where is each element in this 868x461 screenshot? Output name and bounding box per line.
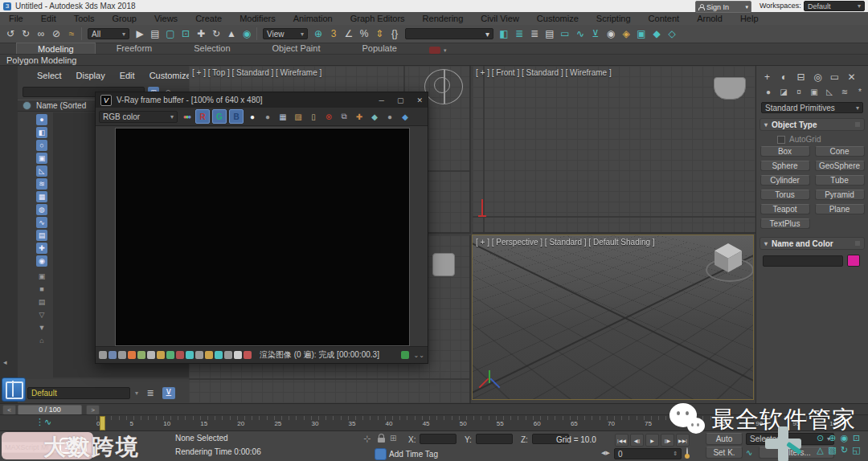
viewport-front-label[interactable]: [ + ] [ Front ] [ Standard ] [ Wireframe… — [476, 68, 612, 77]
cameras-icon[interactable]: ▣ — [809, 86, 820, 97]
selection-lock-icon[interactable] — [378, 438, 385, 443]
lights-icon[interactable]: ¤ — [793, 86, 805, 97]
render-production-icon[interactable]: ◆ — [649, 27, 664, 41]
align-icon[interactable]: ≣ — [512, 27, 526, 41]
layer-manager-icon[interactable]: ≣ — [527, 27, 542, 41]
primitive-button[interactable]: Pyramid — [815, 190, 865, 200]
prev-frame-button[interactable]: ◀|| — [630, 434, 644, 447]
maximize-viewport-icon[interactable]: ◱ — [850, 444, 862, 456]
spinner-snap-icon[interactable]: ⇕ — [372, 27, 387, 41]
vfb-blue-channel-button[interactable]: B — [229, 109, 244, 124]
ribbon-tab[interactable]: Freeform — [96, 43, 174, 53]
vfb-footer-icon[interactable] — [108, 351, 117, 359]
bind-spacewarp-icon[interactable]: ≈ — [64, 27, 79, 41]
layer-stack-icon[interactable]: ≣ — [143, 386, 158, 400]
vfb-save-icon[interactable]: ▦ — [276, 110, 289, 123]
vfb-footer-icon[interactable] — [176, 351, 184, 359]
sign-in-button[interactable]: Sign In▾ — [695, 1, 751, 13]
vfb-footer-icon[interactable] — [186, 351, 194, 359]
filter-containers-icon[interactable]: ▤ — [36, 230, 47, 241]
menu-item[interactable]: Create — [186, 14, 231, 23]
track-bar[interactable]: ⋮∿ 0510152025303540455055606570758085909… — [0, 414, 868, 431]
vfb-duplicate-icon[interactable]: ⧉ — [338, 110, 350, 123]
display-children-icon[interactable]: ▣ — [36, 271, 47, 282]
hierarchy-tab[interactable]: ⊟ — [795, 71, 807, 83]
utilities-tab[interactable]: ✕ — [845, 71, 858, 83]
schematic-view-icon[interactable]: ⊻ — [588, 27, 603, 41]
material-editor-icon[interactable]: ◉ — [604, 27, 618, 41]
zoom-icon[interactable]: ⊙ — [814, 432, 826, 444]
viewport-perspective[interactable]: [ + ] [ Perspective ] [ Standard ] [ Def… — [473, 235, 753, 399]
name-color-rollout[interactable]: ▾Name and Color — [760, 237, 865, 250]
render-setup-icon[interactable]: ◈ — [619, 27, 633, 41]
motion-tab[interactable]: ◎ — [812, 71, 824, 83]
selection-filter-dropdown[interactable]: All▾ — [88, 28, 129, 39]
pan-icon[interactable]: ▧ — [826, 444, 838, 456]
filter-groups-icon[interactable]: ▦ — [36, 191, 47, 202]
fov-icon[interactable]: △ — [814, 444, 826, 456]
menu-item[interactable]: Arnold — [688, 14, 731, 23]
vfb-footer-icon[interactable] — [166, 351, 174, 359]
current-frame-field[interactable]: 0⇕ — [614, 448, 682, 459]
unlink-icon[interactable]: ⊘ — [49, 27, 63, 41]
modify-tab[interactable]: ◐ — [778, 71, 790, 83]
zoom-extents-icon[interactable]: ◉ — [838, 432, 850, 444]
vfb-collapse-icon[interactable]: ⌄⌄ — [414, 352, 424, 359]
go-to-start-button[interactable]: |◀◀ — [615, 434, 628, 447]
vfb-clear-icon[interactable]: ⊗ — [322, 110, 335, 123]
mirror-icon[interactable]: ◧ — [497, 27, 511, 41]
scale-icon[interactable]: ▲ — [224, 27, 239, 41]
menu-item[interactable]: File — [0, 14, 32, 23]
mini-curve-editor-icon[interactable]: ⋮∿ — [35, 417, 51, 427]
menu-item[interactable]: Tools — [65, 14, 104, 23]
undo-icon[interactable]: ↺ — [3, 27, 18, 41]
shapes-icon[interactable]: ◪ — [778, 86, 789, 97]
time-slider-value[interactable]: 0 / 100 — [18, 405, 82, 415]
menu-item[interactable]: Graph Editors — [342, 14, 414, 23]
display-influences-icon[interactable]: ■ — [36, 284, 47, 295]
menu-item[interactable]: Rendering — [414, 14, 473, 23]
auto-key-button[interactable]: Auto — [706, 433, 743, 445]
vfb-maximize-button[interactable]: ▢ — [397, 96, 404, 104]
zoom-region-icon[interactable]: ⊡ — [850, 432, 862, 444]
object-color-swatch[interactable] — [847, 255, 860, 267]
coord-system-dropdown[interactable]: View▾ — [263, 28, 308, 39]
layer-dropdown[interactable]: Default — [27, 387, 130, 399]
filter-spacewarps-icon[interactable]: ≋ — [36, 178, 47, 190]
render-iterative-icon[interactable]: ◇ — [665, 27, 679, 41]
vfb-footer-icon[interactable] — [128, 351, 136, 359]
scene-explorer-menu-item[interactable]: Customize — [149, 71, 191, 80]
viewcube[interactable] — [704, 242, 753, 285]
vfb-footer-icon[interactable] — [195, 351, 203, 359]
systems-icon[interactable]: * — [854, 86, 866, 97]
key-filters-icon[interactable]: ∿ — [746, 448, 752, 457]
window-crossing-icon[interactable]: ⊡ — [178, 27, 193, 41]
y-coordinate-field[interactable] — [476, 434, 513, 444]
filter-bones-icon[interactable]: ∿ — [36, 217, 47, 228]
use-pivot-center-icon[interactable]: ⊕ — [311, 27, 326, 41]
scene-explorer-menu-item[interactable]: Select — [37, 71, 62, 80]
current-frame-marker[interactable] — [100, 416, 105, 430]
menu-item[interactable]: Help — [731, 14, 768, 23]
ribbon-config-icon[interactable] — [429, 47, 440, 54]
select-link-icon[interactable]: ∞ — [34, 27, 48, 41]
filter-off-icon[interactable]: ▽ — [36, 309, 47, 320]
primitive-button[interactable]: Torus — [760, 190, 810, 200]
select-object-icon[interactable]: ▶ — [133, 27, 147, 41]
category-dropdown[interactable]: Standard Primitives▾ — [761, 102, 863, 113]
helpers-icon[interactable]: ◺ — [824, 86, 835, 97]
vfb-render-last-icon[interactable]: ◆ — [368, 110, 381, 123]
curve-editor-icon[interactable]: ∿ — [573, 27, 588, 41]
ribbon-toggle-icon[interactable]: ▭ — [558, 27, 572, 41]
percent-snap-icon[interactable]: % — [357, 27, 371, 41]
primitive-button[interactable]: Plane — [815, 204, 865, 214]
edit-named-sets-icon[interactable]: {} — [387, 27, 402, 41]
move-icon[interactable]: ✚ — [194, 27, 208, 41]
menu-item[interactable]: Animation — [285, 14, 342, 23]
named-selection-dropdown[interactable]: ▾ — [405, 28, 493, 39]
primitive-button[interactable]: Cone — [815, 146, 865, 157]
primitive-button[interactable]: Tube — [815, 175, 865, 186]
next-frame-button[interactable]: ||▶ — [661, 434, 674, 447]
select-by-name-icon[interactable]: ▤ — [148, 27, 162, 41]
ribbon-tab[interactable]: Selection — [173, 43, 251, 53]
